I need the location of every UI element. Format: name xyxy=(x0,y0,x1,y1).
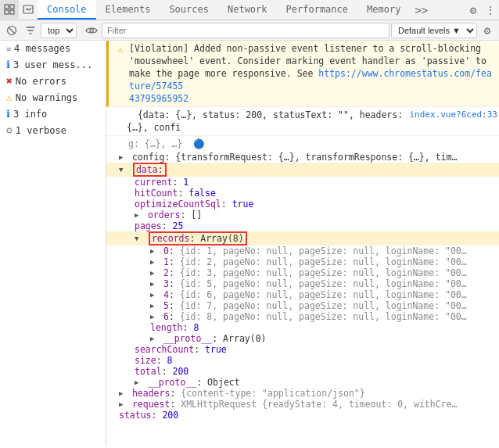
expand-icon-small[interactable]: 🔵 xyxy=(193,138,204,149)
tab-network[interactable]: Network xyxy=(218,0,277,20)
current-key: current xyxy=(135,177,172,188)
user-messages-icon: ℹ xyxy=(6,59,10,70)
filter-button[interactable] xyxy=(22,22,39,39)
sidebar-item-user-messages[interactable]: ℹ 3 user mess... xyxy=(0,56,106,73)
source-file[interactable]: index.vue?6ced:33 xyxy=(409,109,497,121)
more-options-icon[interactable]: ⋮ xyxy=(482,2,499,19)
proto-array-line[interactable]: __proto__: Array(0) xyxy=(106,333,499,344)
sidebar-item-errors[interactable]: ✖ No errors xyxy=(0,73,106,89)
levels-select[interactable]: Default levels ▼ xyxy=(391,23,477,38)
svg-rect-0 xyxy=(5,5,9,9)
config-triangle[interactable] xyxy=(119,153,127,161)
record-4[interactable]: 4: {id: 6, pageNo: null, pageSize: null,… xyxy=(106,289,499,300)
devtools-icon-1[interactable] xyxy=(0,0,19,19)
headers-line[interactable]: headers: {content-type: "application/jso… xyxy=(106,388,499,399)
status-line: status: 200 xyxy=(106,410,499,421)
headers-triangle[interactable] xyxy=(119,389,127,397)
svg-point-7 xyxy=(90,28,93,31)
r0-triangle[interactable] xyxy=(150,247,158,255)
record-0[interactable]: 0: {id: 1, pageNo: null, pageSize: null,… xyxy=(106,246,499,256)
size-line: size: 8 xyxy=(106,355,499,366)
info-icon: ℹ xyxy=(6,108,10,120)
tab-performance[interactable]: Performance xyxy=(277,0,357,20)
console-toolbar: top Default levels ▼ ⚙ xyxy=(0,20,499,41)
request-triangle[interactable] xyxy=(119,400,127,408)
tab-console[interactable]: Console xyxy=(38,0,96,20)
r4-triangle[interactable] xyxy=(150,291,158,299)
sidebar-item-info[interactable]: ℹ 3 info xyxy=(0,106,106,122)
data-triangle[interactable] xyxy=(119,166,127,174)
console-content: ⚠ [Violation] Added non-passive event li… xyxy=(106,41,499,446)
devtools-icon-2[interactable] xyxy=(19,0,38,19)
response-line: {data: {…}, status: 200, statusText: "",… xyxy=(106,107,499,136)
pages-line: pages: 25 xyxy=(106,220,499,231)
optimize-line: optimizeCountSql: true xyxy=(106,199,499,210)
proto-array-triangle[interactable] xyxy=(150,335,158,342)
svg-rect-3 xyxy=(10,10,14,14)
total-line: total: 200 xyxy=(106,366,499,377)
proto-object-line[interactable]: __proto__: Object xyxy=(106,377,499,388)
context-select[interactable]: top xyxy=(41,23,77,38)
main-layout: ≡ 4 messages ℹ 3 user mess... ✖ No error… xyxy=(0,41,499,446)
data-label: data: xyxy=(127,163,167,177)
orders-triangle[interactable] xyxy=(135,211,142,219)
error-icon: ✖ xyxy=(6,75,13,87)
record-1[interactable]: 1: {id: 2, pageNo: null, pageSize: null,… xyxy=(106,256,499,267)
verbose-icon: ⚙ xyxy=(6,124,13,136)
searchcount-line: searchCount: true xyxy=(106,344,499,355)
eye-icon[interactable] xyxy=(83,22,100,39)
settings-icon[interactable]: ⚙ xyxy=(465,2,482,19)
more-tabs[interactable]: >> xyxy=(410,0,433,20)
records-line[interactable]: records: Array(8) xyxy=(106,231,499,246)
sidebar-item-verbose[interactable]: ⚙ 1 verbose xyxy=(0,122,106,138)
r6-triangle[interactable] xyxy=(150,313,158,321)
svg-line-6 xyxy=(9,27,15,33)
tab-sources[interactable]: Sources xyxy=(160,0,218,20)
orders-line[interactable]: orders: [] xyxy=(106,210,499,220)
record-3[interactable]: 3: {id: 5, pageNo: null, pageSize: null,… xyxy=(106,278,499,289)
tab-elements[interactable]: Elements xyxy=(96,0,160,20)
sidebar-item-warnings[interactable]: ⚠ No warnings xyxy=(0,89,106,106)
svg-rect-1 xyxy=(10,5,14,9)
data-line[interactable]: data: xyxy=(106,163,499,177)
record-5[interactable]: 5: {id: 7, pageNo: null, pageSize: null,… xyxy=(106,300,499,311)
config-line[interactable]: config: {transformRequest: {…}, transfor… xyxy=(106,152,499,163)
clear-console-button[interactable] xyxy=(3,22,20,39)
svg-rect-2 xyxy=(5,10,9,14)
r3-triangle[interactable] xyxy=(150,280,158,288)
r1-triangle[interactable] xyxy=(150,258,158,266)
r2-triangle[interactable] xyxy=(150,269,158,277)
r5-triangle[interactable] xyxy=(150,302,158,310)
proto-object-triangle[interactable] xyxy=(135,378,142,386)
config-text: config: {transformRequest: {…}, transfor… xyxy=(127,152,457,163)
request-line[interactable]: request: XMLHttpRequest {readyState: 4, … xyxy=(106,399,499,410)
tab-bar: Console Elements Sources Network Perform… xyxy=(0,0,499,20)
tab-memory[interactable]: Memory xyxy=(357,0,410,20)
sidebar: ≡ 4 messages ℹ 3 user mess... ✖ No error… xyxy=(0,41,106,446)
list-icon: ≡ xyxy=(6,45,11,53)
current-line: current: 1 xyxy=(106,177,499,188)
length-line: length: 8 xyxy=(106,322,499,333)
filter-input[interactable] xyxy=(102,23,390,38)
console-settings-icon[interactable]: ⚙ xyxy=(479,22,496,39)
hitcount-line: hitCount: false xyxy=(106,188,499,199)
record-2[interactable]: 2: {id: 3, pageNo: null, pageSize: null,… xyxy=(106,267,499,278)
records-triangle[interactable] xyxy=(135,235,142,242)
warning-message: ⚠ [Violation] Added non-passive event li… xyxy=(106,41,499,107)
warning-line-icon: ⚠ xyxy=(115,43,126,56)
warning-icon: ⚠ xyxy=(6,91,13,103)
object-preview-2: g: {…}, …} 🔵 xyxy=(106,136,499,152)
record-6[interactable]: 6: {id: 8, pageNo: null, pageSize: null,… xyxy=(106,311,499,322)
sidebar-item-all[interactable]: ≡ 4 messages xyxy=(0,41,106,56)
